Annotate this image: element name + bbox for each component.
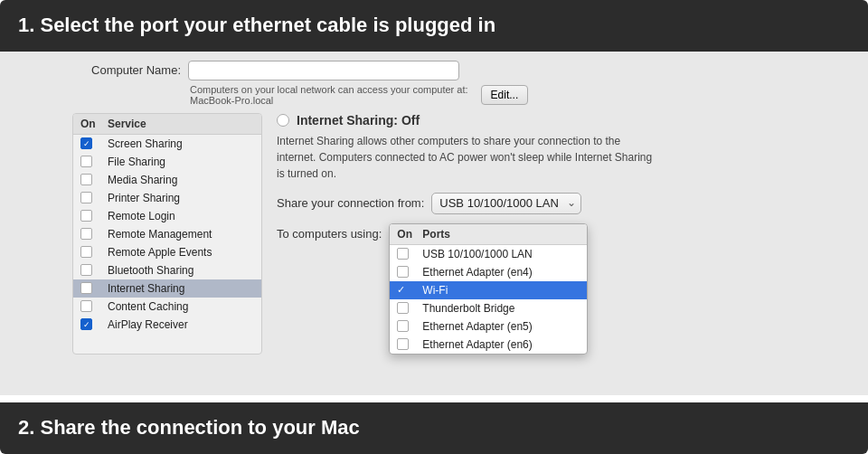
checkbox-icon bbox=[80, 282, 92, 294]
checkbox-icon bbox=[80, 318, 92, 330]
share-from-label: Share your connection from: bbox=[277, 196, 424, 210]
port-label: Ethernet Adapter (en4) bbox=[422, 266, 580, 279]
port-row[interactable]: Ethernet Adapter (en4) bbox=[390, 263, 587, 281]
checkbox-icon bbox=[80, 156, 92, 167]
port-row[interactable]: ✓Wi-Fi bbox=[390, 281, 587, 299]
port-checkmark-icon: ✓ bbox=[397, 284, 405, 296]
share-from-dropdown-wrapper: USB 10/100/1000 LAN bbox=[431, 193, 581, 214]
edit-button[interactable]: Edit... bbox=[481, 85, 529, 105]
internet-sharing-desc: Internet Sharing allows other computers … bbox=[277, 133, 656, 182]
port-label: Wi-Fi bbox=[422, 284, 580, 297]
port-checkbox[interactable] bbox=[397, 266, 422, 278]
share-from-dropdown[interactable]: USB 10/100/1000 LAN bbox=[431, 193, 581, 214]
checkbox-icon bbox=[80, 192, 92, 203]
to-computers-label: To computers using: bbox=[277, 223, 382, 241]
bottom-banner-text: 2. Share the connection to your Mac bbox=[18, 416, 360, 439]
share-from-row: Share your connection from: USB 10/100/1… bbox=[277, 193, 796, 214]
port-checkbox[interactable] bbox=[397, 302, 422, 314]
service-label: AirPlay Receiver bbox=[108, 318, 254, 331]
radio-off[interactable] bbox=[277, 114, 289, 127]
checkbox-icon bbox=[80, 137, 92, 149]
service-row[interactable]: Printer Sharing bbox=[73, 189, 261, 207]
service-rows-container: Screen SharingFile SharingMedia SharingP… bbox=[73, 135, 261, 334]
service-label: Internet Sharing bbox=[108, 282, 254, 295]
port-checkbox[interactable] bbox=[397, 338, 422, 350]
port-row[interactable]: Ethernet Adapter (en6) bbox=[390, 336, 587, 354]
service-label: Bluetooth Sharing bbox=[108, 264, 254, 277]
port-checkbox-icon bbox=[397, 320, 409, 332]
computer-name-row: Computer Name: bbox=[72, 61, 796, 80]
body-section: On Service Screen SharingFile SharingMed… bbox=[72, 113, 796, 355]
service-checkbox[interactable] bbox=[80, 210, 108, 222]
service-list-header: On Service bbox=[73, 114, 261, 135]
to-computers-row: To computers using: On Ports USB 10/100/… bbox=[277, 223, 796, 355]
service-checkbox[interactable] bbox=[80, 318, 108, 330]
computer-name-input[interactable] bbox=[188, 61, 459, 80]
computer-name-label: Computer Name: bbox=[72, 63, 181, 77]
service-label: Screen Sharing bbox=[108, 137, 254, 150]
local-access-text: Computers on your local network can acce… bbox=[190, 84, 468, 106]
checkbox-icon bbox=[80, 264, 92, 276]
service-label: Remote Apple Events bbox=[108, 246, 254, 259]
ports-dropdown-header: On Ports bbox=[390, 224, 587, 245]
service-row[interactable]: Remote Login bbox=[73, 207, 261, 225]
service-checkbox[interactable] bbox=[80, 156, 108, 167]
checkbox-icon bbox=[80, 174, 92, 185]
service-row[interactable]: Remote Management bbox=[73, 225, 261, 243]
port-label: USB 10/100/1000 LAN bbox=[422, 248, 580, 260]
service-checkbox[interactable] bbox=[80, 264, 108, 276]
service-label: Remote Login bbox=[108, 210, 254, 222]
internet-sharing-off-label: Internet Sharing: Off bbox=[297, 113, 420, 128]
service-row[interactable]: Bluetooth Sharing bbox=[73, 261, 261, 279]
checkbox-icon bbox=[80, 210, 92, 222]
ports-col-on-header: On bbox=[397, 228, 422, 241]
service-checkbox[interactable] bbox=[80, 174, 108, 185]
port-row[interactable]: Ethernet Adapter (en5) bbox=[390, 317, 587, 336]
internet-sharing-title: Internet Sharing: Off bbox=[277, 113, 796, 128]
service-label: Media Sharing bbox=[108, 174, 254, 186]
service-row[interactable]: File Sharing bbox=[73, 153, 261, 171]
service-label: Content Caching bbox=[108, 300, 254, 313]
ports-dropdown: On Ports USB 10/100/1000 LANEthernet Ada… bbox=[389, 223, 588, 355]
checkbox-icon bbox=[80, 246, 92, 258]
service-list-panel: On Service Screen SharingFile SharingMed… bbox=[72, 113, 262, 355]
port-checkbox-icon bbox=[397, 248, 409, 260]
service-label: Remote Management bbox=[108, 228, 254, 241]
service-row[interactable]: Internet Sharing bbox=[73, 279, 261, 298]
main-wrapper: 1. Select the port your ethernet cable i… bbox=[0, 0, 868, 454]
mid-section: Computer Name: Computers on your local n… bbox=[0, 52, 868, 396]
col-service-header: Service bbox=[108, 118, 254, 130]
service-checkbox[interactable] bbox=[80, 137, 108, 149]
port-checkbox[interactable] bbox=[397, 320, 422, 332]
port-label: Ethernet Adapter (en6) bbox=[422, 338, 580, 351]
service-checkbox[interactable] bbox=[80, 228, 108, 240]
service-row[interactable]: AirPlay Receiver bbox=[73, 316, 261, 334]
top-banner: 1. Select the port your ethernet cable i… bbox=[0, 0, 868, 52]
service-row[interactable]: Content Caching bbox=[73, 298, 261, 316]
service-checkbox[interactable] bbox=[80, 282, 108, 294]
port-label: Thunderbolt Bridge bbox=[422, 302, 580, 315]
port-row[interactable]: Thunderbolt Bridge bbox=[390, 299, 587, 317]
checkbox-icon bbox=[80, 228, 92, 240]
port-checkbox-icon bbox=[397, 302, 409, 314]
bottom-banner: 2. Share the connection to your Mac bbox=[0, 402, 868, 454]
port-checkbox[interactable] bbox=[397, 248, 422, 260]
ports-col-port-header: Ports bbox=[422, 228, 580, 241]
local-access-row: Computers on your local network can acce… bbox=[190, 84, 796, 106]
service-checkbox[interactable] bbox=[80, 192, 108, 203]
service-row[interactable]: Remote Apple Events bbox=[73, 243, 261, 261]
service-checkbox[interactable] bbox=[80, 246, 108, 258]
service-row[interactable]: Screen Sharing bbox=[73, 135, 261, 153]
service-row[interactable]: Media Sharing bbox=[73, 171, 261, 189]
service-label: File Sharing bbox=[108, 156, 254, 168]
ports-rows-container: USB 10/100/1000 LANEthernet Adapter (en4… bbox=[390, 245, 587, 354]
port-label: Ethernet Adapter (en5) bbox=[422, 320, 580, 333]
port-checkbox-icon bbox=[397, 266, 409, 278]
port-checkbox-icon bbox=[397, 338, 409, 350]
port-checkbox[interactable]: ✓ bbox=[397, 284, 422, 296]
service-checkbox[interactable] bbox=[80, 300, 108, 312]
top-banner-text: 1. Select the port your ethernet cable i… bbox=[18, 14, 495, 36]
checkbox-icon bbox=[80, 300, 92, 312]
port-row[interactable]: USB 10/100/1000 LAN bbox=[390, 245, 587, 263]
col-on-header: On bbox=[80, 118, 108, 130]
